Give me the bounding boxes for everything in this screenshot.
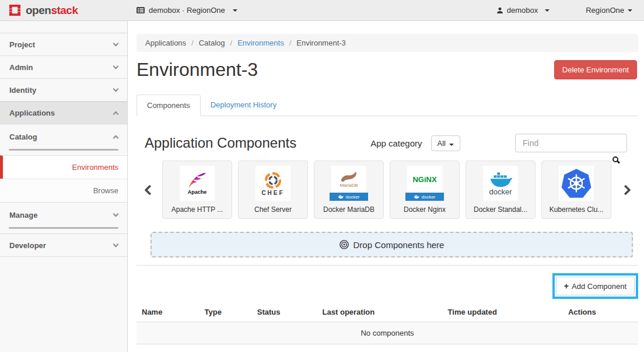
column-header-status: Status	[252, 302, 317, 322]
component-card-label: Docker MariaDB	[323, 205, 374, 214]
chevron-down-icon	[628, 9, 632, 12]
action-highlight-box: + Add Component	[552, 273, 638, 299]
app-category-dropdown[interactable]: All	[431, 135, 460, 151]
sidebar: Project Admin Identity Applications Cata…	[0, 21, 128, 352]
sidebar-item-environments[interactable]: Environments	[0, 155, 127, 179]
chef-logo-text: CHEF	[261, 190, 284, 196]
kubernetes-logo	[559, 166, 594, 201]
dropzone-text: Drop Components here	[354, 240, 444, 250]
nginx-logo-text: NGiNX	[412, 176, 436, 183]
mariadb-logo: MariaDB	[331, 166, 366, 193]
find-input[interactable]	[515, 134, 627, 152]
panel-divider	[136, 265, 638, 266]
sidebar-item-label: Catalog	[9, 133, 37, 141]
find-wrapper	[515, 134, 627, 152]
chevron-down-icon	[113, 86, 119, 92]
sidebar-item-browse[interactable]: Browse	[0, 179, 127, 202]
app-category-value: All	[438, 139, 446, 148]
region-menu[interactable]: RegionOne	[586, 6, 632, 15]
chevron-down-icon	[113, 64, 119, 69]
sidebar-item-label: Browse	[93, 186, 118, 195]
chevron-left-icon	[144, 184, 155, 195]
breadcrumb-applications: Applications	[145, 39, 186, 47]
docker-badge-text: docker	[421, 194, 435, 200]
carousel-prev-button[interactable]	[136, 186, 162, 194]
brand-wordmark: openstack	[26, 4, 78, 17]
chevron-down-icon	[113, 211, 119, 217]
horizon-dashboard: openstack demobox · RegionOne	[0, 0, 644, 352]
component-card-docker-mariadb[interactable]: MariaDB docker Docker MariaDB	[314, 161, 384, 219]
sidebar-item-catalog[interactable]: Catalog	[0, 124, 127, 149]
component-card-apache[interactable]: Apache Apache HTTP ...	[162, 161, 232, 219]
tab-components[interactable]: Components	[136, 95, 201, 116]
breadcrumb-environments-link[interactable]: Environments	[225, 39, 284, 47]
sidebar-item-label: Manage	[9, 211, 37, 219]
add-component-label: Add Component	[572, 282, 626, 291]
page-title: Environment-3	[136, 59, 258, 81]
sidebar-item-manage[interactable]: Manage	[0, 203, 127, 227]
openstack-logo[interactable]: openstack	[0, 4, 128, 17]
sidebar-item-label: Project	[9, 40, 35, 49]
sidebar-item-label: Developer	[9, 241, 46, 250]
tab-deployment-history[interactable]: Deployment History	[201, 95, 286, 116]
components-panel-header: Application Components App category All	[136, 134, 638, 152]
sidebar-item-project[interactable]: Project	[0, 33, 127, 56]
chevron-down-icon	[449, 144, 454, 146]
user-icon	[496, 7, 503, 14]
column-header-actions: Actions	[563, 302, 638, 322]
chevron-down-icon	[113, 242, 119, 248]
sidebar-item-applications[interactable]: Applications	[0, 102, 127, 124]
component-card-label: Apache HTTP ...	[172, 205, 223, 214]
carousel-next-button[interactable]	[612, 186, 638, 194]
empty-table-row: No components	[136, 322, 638, 344]
chevron-up-icon	[113, 135, 119, 141]
manage-group-underline	[9, 227, 118, 229]
component-card-docker-nginx[interactable]: NGiNX docker Docker Nginx	[390, 161, 460, 219]
component-card-label: Docker Standal...	[474, 205, 527, 214]
nginx-logo: NGiNX	[407, 166, 442, 193]
component-card-kubernetes[interactable]: Kubernetes Clu...	[541, 161, 611, 219]
sidebar-item-admin[interactable]: Admin	[0, 56, 127, 79]
docker-logo: docker	[483, 166, 518, 201]
drop-components-zone[interactable]: Drop Components here	[150, 232, 633, 257]
user-menu[interactable]: demobox	[496, 6, 550, 15]
plus-icon: +	[564, 281, 569, 291]
search-icon[interactable]	[612, 156, 618, 162]
context-switcher-label: demobox · RegionOne	[149, 6, 225, 15]
list-icon	[136, 7, 145, 13]
components-table: Name Type Status Last operation Time upd…	[136, 302, 638, 344]
docker-badge: docker	[405, 193, 444, 201]
breadcrumb: ApplicationsCatalogEnvironmentsEnvironme…	[136, 34, 638, 52]
breadcrumb-current: Environment-3	[284, 39, 346, 47]
delete-environment-button[interactable]: Delete Environment	[554, 60, 637, 79]
apache-logo: Apache	[180, 166, 215, 201]
page-header: Environment-3 Delete Environment	[136, 59, 638, 81]
sidebar-item-developer[interactable]: Developer	[0, 234, 127, 257]
panel-title: Application Components	[145, 135, 296, 151]
sidebar-top-strip	[0, 21, 127, 33]
component-card-docker-standalone[interactable]: docker Docker Standal...	[466, 161, 536, 219]
openstack-logo-icon	[8, 4, 22, 16]
sidebar-item-label: Environments	[72, 163, 118, 172]
catalog-group-underline	[9, 149, 118, 151]
component-card-label: Kubernetes Clu...	[550, 205, 604, 214]
component-card-label: Docker Nginx	[404, 205, 446, 214]
sidebar-item-identity[interactable]: Identity	[0, 79, 127, 102]
topbar-right-menus: demobox RegionOne	[496, 6, 644, 15]
region-menu-label: RegionOne	[586, 6, 624, 15]
column-header-time-updated: Time updated	[443, 302, 563, 322]
add-component-button[interactable]: + Add Component	[556, 277, 635, 295]
chevron-down-icon	[113, 41, 119, 47]
breadcrumb-catalog: Catalog	[186, 39, 225, 47]
project-region-switcher[interactable]: demobox · RegionOne	[136, 6, 237, 15]
sidebar-item-label: Applications	[9, 109, 55, 117]
component-card-label: Chef Server	[254, 205, 292, 214]
chevron-up-icon	[113, 111, 119, 117]
add-component-row: + Add Component	[136, 273, 638, 299]
top-navbar: openstack demobox · RegionOne	[0, 0, 644, 21]
component-card-chef[interactable]: CHEF Chef Server	[238, 161, 308, 219]
main-content: ApplicationsCatalogEnvironmentsEnvironme…	[128, 21, 644, 352]
column-header-name: Name	[136, 302, 200, 322]
column-header-type: Type	[200, 302, 252, 322]
chevron-down-icon	[233, 9, 237, 12]
